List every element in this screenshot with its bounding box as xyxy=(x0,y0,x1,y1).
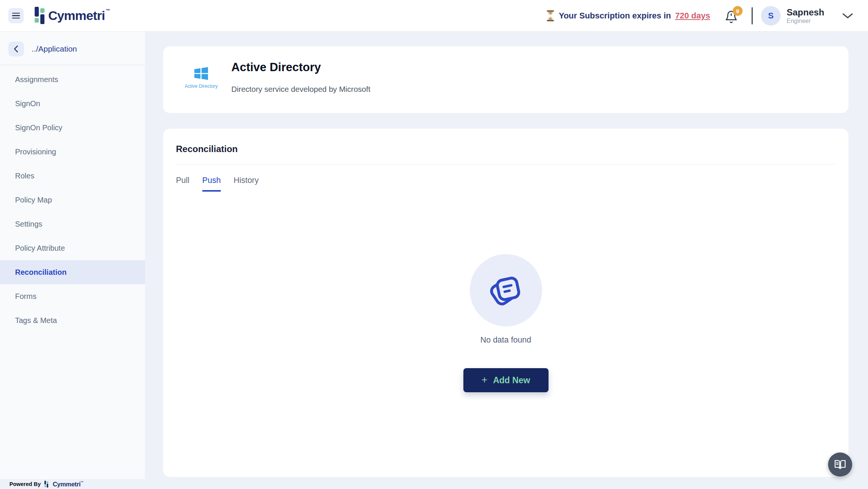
add-new-button[interactable]: + Add New xyxy=(463,368,549,392)
footer-brand-icon xyxy=(44,481,49,487)
tab[interactable]: History xyxy=(234,176,259,192)
add-new-button-label: Add New xyxy=(493,375,530,385)
breadcrumb[interactable]: ../Application xyxy=(32,44,77,53)
header-divider xyxy=(752,7,753,24)
hamburger-menu-button[interactable] xyxy=(8,8,24,23)
windows-icon xyxy=(193,66,209,81)
hourglass-icon xyxy=(546,10,555,21)
plus-icon: + xyxy=(481,375,487,385)
footer-brand-name: Cymmetri™ xyxy=(53,481,83,488)
powered-by-label: Powered By xyxy=(9,481,41,487)
documents-icon xyxy=(485,269,527,311)
sidebar: ../Application AssignmentsSignOnSignOn P… xyxy=(0,32,145,479)
sidebar-item[interactable]: Policy Attribute xyxy=(0,236,145,260)
tab[interactable]: Pull xyxy=(176,176,189,192)
application-header-card: Active Directory Active Directory Direct… xyxy=(163,46,848,113)
user-role: Engineer xyxy=(787,18,824,24)
chevron-down-icon xyxy=(842,13,853,19)
brand-logo: Cymmetri ™ xyxy=(35,6,110,24)
brand-logo-icon xyxy=(35,6,45,24)
sidebar-item[interactable]: SignOn xyxy=(0,91,145,116)
help-docs-fab[interactable] xyxy=(828,452,852,477)
user-menu-chevron[interactable] xyxy=(842,13,853,19)
notifications-button[interactable]: 9 xyxy=(724,8,740,24)
avatar-initial: S xyxy=(768,11,774,21)
sidebar-item[interactable]: Assignments xyxy=(0,67,145,91)
notification-count-badge: 9 xyxy=(733,6,743,16)
section-title: Reconciliation xyxy=(176,144,836,154)
sidebar-item[interactable]: Roles xyxy=(0,164,145,188)
sidebar-item[interactable]: Tags & Meta xyxy=(0,308,145,332)
empty-state-icon-circle xyxy=(470,254,542,326)
back-button[interactable] xyxy=(8,41,24,56)
sidebar-item[interactable]: Policy Map xyxy=(0,188,145,212)
sidebar-nav: AssignmentsSignOnSignOn PolicyProvisioni… xyxy=(0,65,145,332)
subscription-notice: Your Subscription expires in 720 days xyxy=(546,10,710,21)
brand-trademark: ™ xyxy=(105,8,110,13)
tab[interactable]: Push xyxy=(202,176,221,192)
sidebar-header: ../Application xyxy=(0,32,145,56)
sidebar-item[interactable]: Settings xyxy=(0,212,145,236)
hamburger-icon xyxy=(12,13,20,14)
application-logo-caption: Active Directory xyxy=(183,84,219,89)
main-content: Active Directory Active Directory Direct… xyxy=(145,32,868,479)
brand-name: Cymmetri xyxy=(48,6,105,24)
open-book-icon xyxy=(834,459,846,471)
page-title: Active Directory xyxy=(231,61,321,74)
chevron-left-icon xyxy=(13,45,19,53)
user-name: Sapnesh xyxy=(787,7,824,18)
avatar[interactable]: S xyxy=(761,6,781,26)
empty-state-message: No data found xyxy=(470,335,542,345)
top-header: Cymmetri ™ Your Subscription expires in … xyxy=(0,0,868,32)
user-info[interactable]: Sapnesh Engineer xyxy=(787,7,824,24)
tab-bar: PullPushHistory xyxy=(176,176,848,192)
sidebar-item[interactable]: SignOn Policy xyxy=(0,116,145,140)
subscription-days-link[interactable]: 720 days xyxy=(675,11,710,21)
footer: Powered By Cymmetri™ xyxy=(0,479,868,489)
sidebar-item[interactable]: Forms xyxy=(0,284,145,308)
section-divider xyxy=(176,164,836,165)
sidebar-item[interactable]: Reconciliation xyxy=(0,260,145,284)
page-subtitle: Directory service developed by Microsoft xyxy=(231,85,370,94)
reconciliation-card: Reconciliation PullPushHistory No data xyxy=(163,129,848,477)
sidebar-item[interactable]: Provisioning xyxy=(0,140,145,164)
subscription-text: Your Subscription expires in xyxy=(559,11,671,21)
empty-state: No data found xyxy=(470,254,542,345)
footer-brand-trademark: ™ xyxy=(81,481,84,484)
application-logo: Active Directory xyxy=(183,66,219,89)
